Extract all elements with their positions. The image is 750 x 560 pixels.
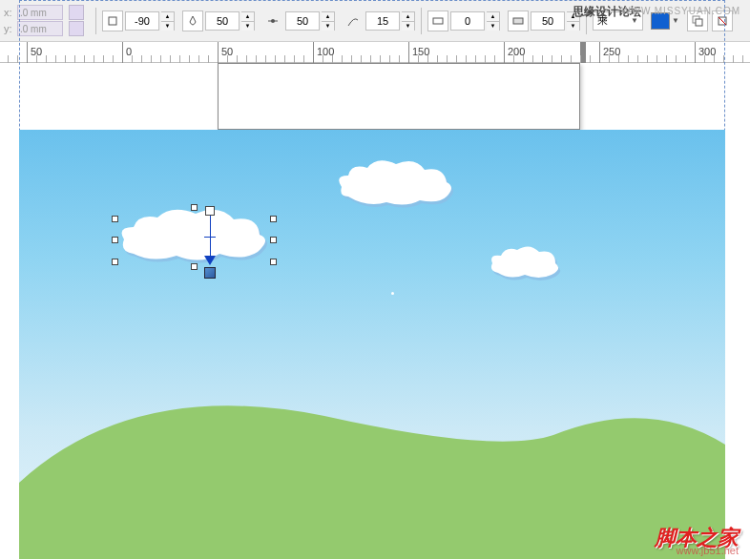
bottom-url-watermark: www.jb51.net — [677, 545, 739, 556]
transparency-end-handle[interactable] — [204, 267, 216, 279]
selection-handle[interactable] — [270, 216, 277, 222]
selection-handle[interactable] — [270, 237, 277, 243]
center-point-icon — [391, 292, 394, 295]
selection-handle[interactable] — [112, 216, 118, 222]
sky-background — [19, 130, 725, 559]
cloud-shape — [487, 244, 568, 284]
selection-handle[interactable] — [112, 237, 118, 243]
selection-handle[interactable] — [191, 204, 198, 211]
selection-handle[interactable] — [270, 259, 277, 265]
selected-cloud-shape[interactable] — [115, 206, 277, 275]
selection-handle[interactable] — [112, 259, 118, 265]
hill-shape — [19, 368, 725, 559]
canvas[interactable] — [0, 63, 750, 560]
x-label: x: — [4, 7, 15, 18]
transparency-midpoint-dash[interactable] — [204, 237, 216, 238]
transparency-start-handle[interactable] — [205, 206, 215, 216]
selection-handle[interactable] — [191, 263, 198, 270]
cloud-shape — [334, 158, 458, 213]
y-label: y: — [4, 23, 15, 34]
transparency-arrow-icon — [204, 256, 216, 265]
